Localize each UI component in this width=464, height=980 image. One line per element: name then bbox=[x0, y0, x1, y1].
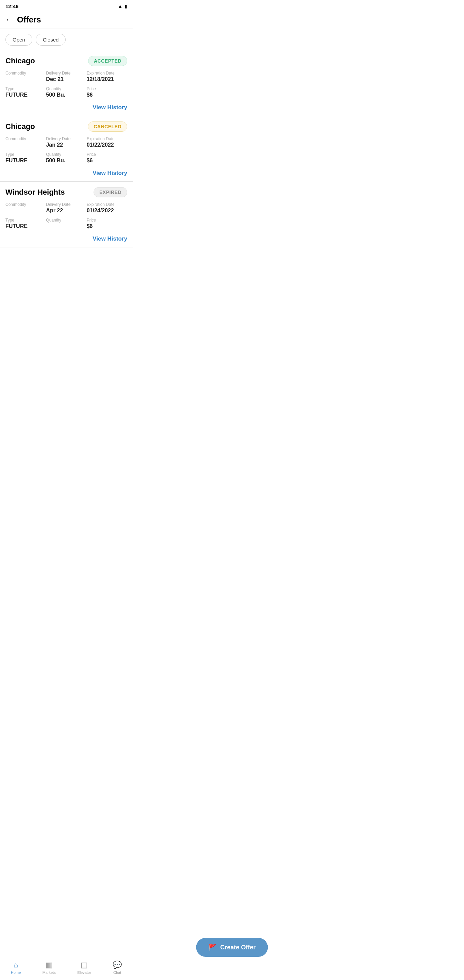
status-icons: ▲ ▮ bbox=[118, 3, 127, 9]
quantity-value-2: 500 Bu. bbox=[46, 158, 86, 164]
type-value-1: FUTURE bbox=[5, 92, 46, 98]
header: ← Offers bbox=[0, 12, 133, 29]
price-value-1: $6 bbox=[87, 92, 127, 98]
back-button[interactable]: ← bbox=[5, 15, 13, 24]
type-value-3: FUTURE bbox=[5, 223, 46, 229]
offer-location-3: Windsor Heights bbox=[5, 188, 65, 197]
expiration-date-group-2: Expiration Date 01/22/2022 bbox=[87, 137, 127, 148]
offer-card-3: Windsor Heights EXPIRED Commodity Delive… bbox=[0, 182, 133, 247]
delivery-date-group-3: Delivery Date Apr 22 bbox=[46, 202, 86, 214]
quantity-label-2: Quantity bbox=[46, 152, 86, 157]
view-history-button-2[interactable]: View History bbox=[92, 170, 127, 177]
commodity-label-3: Commodity bbox=[5, 202, 46, 207]
type-label-2: Type bbox=[5, 152, 46, 157]
commodity-group-3: Commodity bbox=[5, 202, 46, 214]
quantity-label-1: Quantity bbox=[46, 86, 86, 91]
expiration-date-group-1: Expiration Date 12/18/2021 bbox=[87, 71, 127, 82]
expiration-date-label-2: Expiration Date bbox=[87, 137, 127, 141]
offer-header-2: Chicago CANCELED bbox=[5, 121, 127, 132]
view-history-button-1[interactable]: View History bbox=[92, 104, 127, 111]
price-group-2: Price $6 bbox=[87, 152, 127, 164]
delivery-date-group-1: Delivery Date Dec 21 bbox=[46, 71, 86, 82]
status-bar: 12:46 ▲ ▮ bbox=[0, 0, 133, 12]
delivery-date-label-2: Delivery Date bbox=[46, 137, 86, 141]
offer-header-1: Chicago ACCEPTED bbox=[5, 56, 127, 66]
wifi-icon: ▲ bbox=[118, 3, 122, 9]
commodity-label-1: Commodity bbox=[5, 71, 46, 76]
commodity-group-2: Commodity bbox=[5, 137, 46, 148]
delivery-date-label-3: Delivery Date bbox=[46, 202, 86, 207]
view-history-row-3: View History bbox=[5, 231, 127, 247]
price-group-1: Price $6 bbox=[87, 86, 127, 98]
view-history-button-3[interactable]: View History bbox=[92, 235, 127, 242]
offer-status-badge-3: EXPIRED bbox=[94, 187, 127, 197]
filter-open-button[interactable]: Open bbox=[5, 34, 32, 46]
offers-list: Chicago ACCEPTED Commodity Delivery Date… bbox=[0, 50, 133, 295]
offer-status-badge-2: CANCELED bbox=[88, 121, 127, 132]
page-title: Offers bbox=[17, 15, 41, 24]
commodity-label-2: Commodity bbox=[5, 137, 46, 141]
expiration-date-label-1: Expiration Date bbox=[87, 71, 127, 76]
delivery-date-group-2: Delivery Date Jan 22 bbox=[46, 137, 86, 148]
price-label-3: Price bbox=[87, 218, 127, 223]
expiration-date-value-1: 12/18/2021 bbox=[87, 76, 127, 82]
delivery-date-value-2: Jan 22 bbox=[46, 142, 86, 148]
delivery-date-label-1: Delivery Date bbox=[46, 71, 86, 76]
type-group-2: Type FUTURE bbox=[5, 152, 46, 164]
type-label-3: Type bbox=[5, 218, 46, 223]
offer-grid-3: Commodity Delivery Date Apr 22 Expiratio… bbox=[5, 202, 127, 229]
expiration-date-value-3: 01/24/2022 bbox=[87, 208, 127, 214]
filter-bar: Open Closed bbox=[0, 29, 133, 50]
delivery-date-value-3: Apr 22 bbox=[46, 208, 86, 214]
expiration-date-value-2: 01/22/2022 bbox=[87, 142, 127, 148]
offer-header-3: Windsor Heights EXPIRED bbox=[5, 187, 127, 197]
type-value-2: FUTURE bbox=[5, 158, 46, 164]
offer-location-2: Chicago bbox=[5, 122, 35, 131]
expiration-date-group-3: Expiration Date 01/24/2022 bbox=[87, 202, 127, 214]
type-group-3: Type FUTURE bbox=[5, 218, 46, 229]
commodity-group-1: Commodity bbox=[5, 71, 46, 82]
offer-status-badge-1: ACCEPTED bbox=[88, 56, 127, 66]
quantity-group-3: Quantity bbox=[46, 218, 86, 229]
price-label-2: Price bbox=[87, 152, 127, 157]
offer-location-1: Chicago bbox=[5, 56, 35, 65]
view-history-row-1: View History bbox=[5, 100, 127, 116]
delivery-date-value-1: Dec 21 bbox=[46, 76, 86, 82]
expiration-date-label-3: Expiration Date bbox=[87, 202, 127, 207]
quantity-value-1: 500 Bu. bbox=[46, 92, 86, 98]
quantity-label-3: Quantity bbox=[46, 218, 86, 223]
status-time: 12:46 bbox=[5, 3, 18, 9]
view-history-row-2: View History bbox=[5, 166, 127, 181]
quantity-group-2: Quantity 500 Bu. bbox=[46, 152, 86, 164]
type-label-1: Type bbox=[5, 86, 46, 91]
price-value-3: $6 bbox=[87, 223, 127, 229]
price-value-2: $6 bbox=[87, 158, 127, 164]
battery-icon: ▮ bbox=[124, 3, 127, 9]
quantity-group-1: Quantity 500 Bu. bbox=[46, 86, 86, 98]
offer-card-2: Chicago CANCELED Commodity Delivery Date… bbox=[0, 116, 133, 182]
offer-grid-2: Commodity Delivery Date Jan 22 Expiratio… bbox=[5, 137, 127, 164]
price-group-3: Price $6 bbox=[87, 218, 127, 229]
price-label-1: Price bbox=[87, 86, 127, 91]
type-group-1: Type FUTURE bbox=[5, 86, 46, 98]
offer-card-1: Chicago ACCEPTED Commodity Delivery Date… bbox=[0, 50, 133, 116]
filter-closed-button[interactable]: Closed bbox=[36, 34, 66, 46]
offer-grid-1: Commodity Delivery Date Dec 21 Expiratio… bbox=[5, 71, 127, 98]
